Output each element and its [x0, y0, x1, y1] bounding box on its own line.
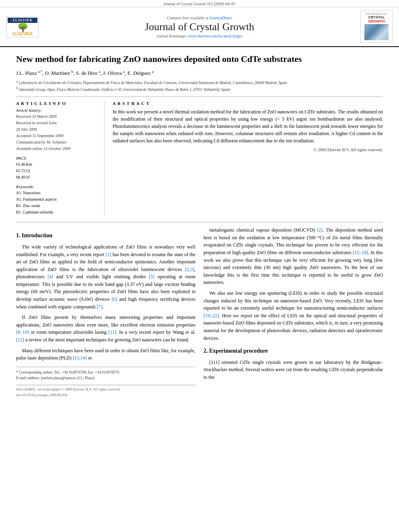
- keyword-3: B1. Cadmium telluride: [16, 209, 98, 216]
- info-abstract-row: A R T I C L E I N F O Article history: R…: [16, 101, 383, 216]
- footnote-email: E-mail address: joseluis.plaza@uam.es (J…: [16, 375, 195, 381]
- elsevier-logo: ELSEVIER 🌳 ELSEVIER: [6, 16, 39, 37]
- col2-para-1: metalorganic chemical vapour deposition …: [204, 226, 383, 286]
- footer-bar: 0022-0248/$ - see front matter © 2009 El…: [16, 385, 195, 398]
- homepage-url[interactable]: www.elsevier.com/locate/jcrysgro: [188, 34, 243, 38]
- crystal-growth-logo: reviewed by CRYSTAL GROWTH: [360, 10, 393, 43]
- crystal-image: [364, 24, 389, 40]
- col2-para-2: We also use low energy ion sputtering (L…: [204, 290, 383, 342]
- received-date: Received 16 March 2009: [16, 113, 98, 120]
- body-col-right: metalorganic chemical vapour deposition …: [204, 226, 383, 398]
- divider: [16, 97, 383, 97]
- exp-para-1: [111] oriented CdTe single crystals were…: [204, 359, 383, 381]
- history-label: Article history:: [16, 108, 98, 113]
- available-online: Available online 12 October 2009: [16, 146, 98, 152]
- footnote-area: * Corresponding author. Tel.: +34 914976…: [16, 367, 195, 381]
- intro-para-3: Many different techniques have been used…: [16, 347, 195, 362]
- sciencedirect-link[interactable]: ScienceDirect: [209, 16, 232, 20]
- accepted-date: Accepted 15 September 2009: [16, 133, 98, 139]
- keyword-1: A1. Fundamental aspects: [16, 196, 98, 203]
- abstract-column: A B S T R A C T In this work we present …: [113, 101, 383, 216]
- body-section: 1. Introduction The wide variety of tech…: [16, 226, 383, 398]
- journal-title: Journal of Crystal Growth: [43, 21, 356, 33]
- reviewed-by-label: reviewed by: [362, 12, 391, 15]
- footnote-corresponding: * Corresponding author. Tel.: +34 914976…: [16, 370, 195, 375]
- keyword-2: B1. Zinc oxide: [16, 203, 98, 209]
- affiliation-b: b Optronlab Group, Dpto. Física Materia …: [16, 86, 383, 92]
- intro-para-2: If ZnO films present by themselves many …: [16, 314, 195, 343]
- affiliation-a: a Laboratorio de Crecimiento de Cristale…: [16, 79, 383, 86]
- intro-para-1: The wide variety of technological applic…: [16, 243, 195, 310]
- article-title: New method for fabricating ZnO nanowires…: [16, 53, 383, 65]
- pacs-item-0: 61.46.Km: [16, 161, 98, 168]
- main-content: New method for fabricating ZnO nanowires…: [0, 47, 399, 404]
- article-history: Article history: Received 16 March 2009 …: [16, 108, 98, 152]
- journal-header: ELSEVIER 🌳 ELSEVIER Contents lists avail…: [0, 7, 399, 47]
- journal-reference: Journal of Crystal Growth 312 (2009) 64–…: [164, 2, 236, 6]
- growth-label: GROWTH: [362, 19, 391, 23]
- exp-section-title: 2. Experimental procedure: [204, 347, 383, 355]
- elsevier-tree-icon: 🌳: [8, 23, 37, 32]
- keywords-block: Keywords: A1. Nanowires A1. Fundamental …: [16, 185, 98, 216]
- footer-issn: 0022-0248/$ - see front matter © 2009 El…: [16, 387, 195, 392]
- elsevier-name: ELSEVIER: [8, 32, 37, 36]
- communicated-by: Communicated by M. Schieber: [16, 139, 98, 146]
- abstract-header: A B S T R A C T: [113, 101, 383, 106]
- keywords-label: Keywords:: [16, 185, 98, 189]
- journal-center-header: Contents lists available at ScienceDirec…: [43, 16, 356, 38]
- pacs-item-2: 68.49.Sf: [16, 174, 98, 181]
- contents-available-line: Contents lists available at ScienceDirec…: [43, 16, 356, 20]
- keyword-0: A1. Nanowires: [16, 190, 98, 196]
- article-info-column: A R T I C L E I N F O Article history: R…: [16, 101, 105, 216]
- revised-date: 28 July 2009: [16, 126, 98, 133]
- divider-2: [16, 222, 383, 222]
- copyright-line: © 2009 Elsevier B.V. All rights reserved…: [113, 148, 383, 152]
- body-two-col: 1. Introduction The wide variety of tech…: [16, 226, 383, 398]
- crystal-label: CRYSTAL: [362, 15, 391, 19]
- intro-section-title: 1. Introduction: [16, 231, 195, 240]
- pacs-item-1: 61.72.Uj: [16, 168, 98, 174]
- journal-homepage: journal homepage: www.elsevier.com/locat…: [43, 34, 356, 38]
- article-info-header: A R T I C L E I N F O: [16, 101, 98, 106]
- footer-doi: doi:10.1016/j.jcrysgro.2009.09.058: [16, 392, 195, 398]
- authors-text: J.L. Plaza a,*, O. Martínez b, S. de Dio…: [16, 70, 154, 76]
- pacs-label: PACS:: [16, 156, 98, 160]
- body-col-left: 1. Introduction The wide variety of tech…: [16, 226, 195, 398]
- pacs-block: PACS: 61.46.Km 61.72.Uj 68.49.Sf: [16, 156, 98, 181]
- journal-ref-bar: Journal of Crystal Growth 312 (2009) 64–…: [0, 0, 399, 7]
- abstract-text: In this work we present a novel thermal …: [113, 108, 383, 144]
- authors-line: J.L. Plaza a,*, O. Martínez b, S. de Dio…: [16, 69, 383, 77]
- revised-label: Received in revised form: [16, 120, 98, 126]
- affiliations: a Laboratorio de Crecimiento de Cristale…: [16, 79, 383, 92]
